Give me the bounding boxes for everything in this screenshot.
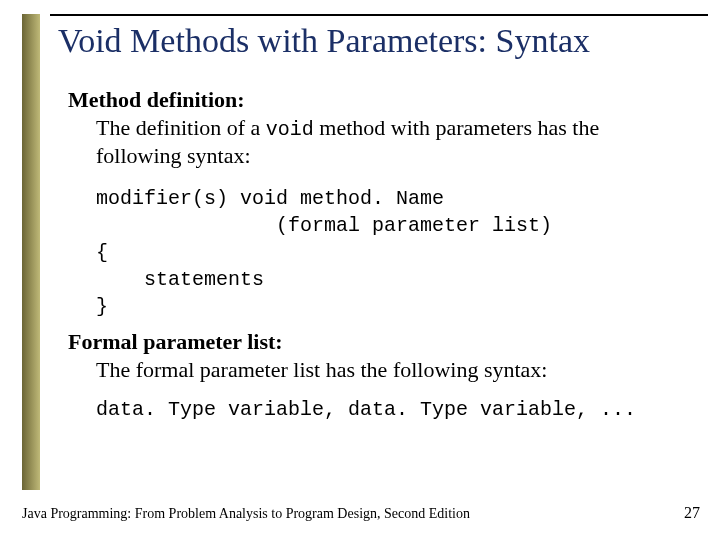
side-accent-bar — [22, 14, 40, 490]
slide-title: Void Methods with Parameters: Syntax — [58, 22, 590, 60]
slide: Void Methods with Parameters: Syntax Met… — [0, 0, 720, 540]
formal-parameter-label: Formal parameter list: — [68, 328, 690, 356]
code-line-4: statements — [96, 266, 690, 293]
syntax-code-block: modifier(s) void method. Name (formal pa… — [96, 185, 690, 320]
method-definition-desc: The definition of a void method with par… — [96, 114, 690, 170]
parameter-syntax-code: data. Type variable, data. Type variable… — [96, 397, 690, 422]
desc-pre: The definition of a — [96, 115, 266, 140]
code-line-2: (formal parameter list) — [96, 212, 690, 239]
top-divider — [50, 14, 708, 16]
void-keyword: void — [266, 118, 314, 141]
formal-parameter-block: Formal parameter list: The formal parame… — [68, 328, 690, 383]
method-definition-label: Method definition: — [68, 86, 690, 114]
method-definition-block: Method definition: The definition of a v… — [68, 86, 690, 169]
slide-content: Method definition: The definition of a v… — [68, 86, 690, 422]
footer-text: Java Programming: From Problem Analysis … — [22, 506, 470, 522]
page-number: 27 — [684, 504, 700, 522]
code-line-5: } — [96, 293, 690, 320]
code-line-1: modifier(s) void method. Name — [96, 185, 690, 212]
code-line-3: { — [96, 239, 690, 266]
formal-parameter-desc: The formal parameter list has the follow… — [96, 356, 690, 384]
